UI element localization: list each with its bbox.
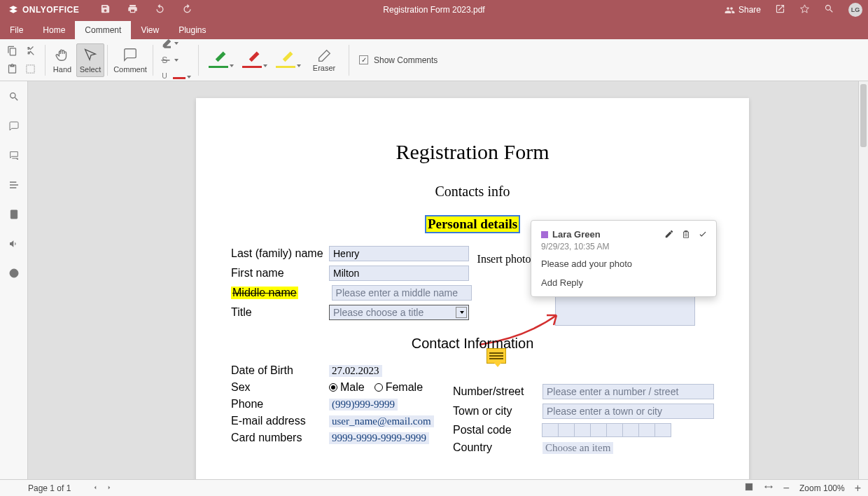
logo-icon <box>8 5 18 15</box>
copy-icon[interactable] <box>4 43 20 59</box>
svg-rect-4 <box>10 210 17 219</box>
form-subtitle: Contacts info <box>231 184 714 200</box>
select-tool-button[interactable]: Select <box>76 43 104 77</box>
zoom-out-icon[interactable]: − <box>783 482 790 495</box>
insert-photo-label: Insert photo <box>472 253 536 266</box>
card-value[interactable]: 9999-9999-9999-9999 <box>329 432 429 444</box>
feedback-icon[interactable] <box>8 238 20 252</box>
strikeout-color-button[interactable]: S <box>160 54 191 67</box>
chat-panel-icon[interactable] <box>8 150 20 164</box>
number-street-label: Number/street <box>453 385 542 398</box>
country-label: Country <box>453 441 542 454</box>
hand-label: Hand <box>53 65 71 74</box>
email-label: E-mail address <box>231 415 329 427</box>
country-select[interactable]: Choose an item <box>542 442 613 454</box>
comment-button[interactable]: Comment <box>111 44 150 76</box>
fit-page-icon[interactable] <box>744 482 754 494</box>
highlight-color-button[interactable] <box>160 37 191 50</box>
eraser-button[interactable]: Eraser <box>309 48 339 72</box>
title-placeholder: Please choose a title <box>333 307 424 318</box>
vertical-scrollbar[interactable] <box>858 81 868 479</box>
about-icon[interactable] <box>8 268 20 282</box>
cut-icon[interactable] <box>22 43 38 59</box>
titlebar: ONLYOFFICE Registration Form 2023.pdf Sh… <box>0 0 868 20</box>
svg-text:U: U <box>162 71 167 80</box>
document-workspace[interactable]: Registration Form Contacts info Personal… <box>28 81 858 479</box>
sticky-note-icon[interactable] <box>486 348 506 364</box>
prev-page-icon[interactable] <box>92 483 99 493</box>
phone-value[interactable]: (999)999-9999 <box>329 399 398 411</box>
show-comments-label: Show Comments <box>374 55 438 65</box>
first-name-label: First name <box>231 267 329 280</box>
add-reply-link[interactable]: Add Reply <box>541 277 706 288</box>
last-name-field[interactable]: Henry <box>329 246 469 261</box>
comment-text: Please add your photo <box>541 259 706 269</box>
hand-tool-button[interactable]: Hand <box>48 44 76 76</box>
headings-panel-icon[interactable] <box>8 179 20 193</box>
thumbnails-icon[interactable] <box>8 209 20 223</box>
chevron-down-icon[interactable] <box>456 307 467 318</box>
marker-tools: Eraser <box>202 48 346 72</box>
next-page-icon[interactable] <box>106 483 113 493</box>
select-all-icon[interactable] <box>22 62 38 77</box>
favorite-icon[interactable] <box>799 4 810 16</box>
card-label: Card numbers <box>231 432 329 444</box>
last-name-label: Last (family) name <box>231 247 329 260</box>
first-name-field[interactable]: Milton <box>329 266 469 281</box>
contact-info-header: Contact Information <box>231 336 714 352</box>
town-label: Town or city <box>453 405 542 418</box>
sex-label: Sex <box>231 381 329 394</box>
zoom-in-icon[interactable]: + <box>855 482 861 495</box>
page-info: Page 1 of 1 <box>28 483 71 493</box>
dob-label: Date of Birth <box>231 364 329 377</box>
comment-popup: Lara Green 9/29/23, 10:35 AM Please add … <box>531 220 717 297</box>
ribbon: Hand Select Comment S U <box>0 39 868 81</box>
tab-comment[interactable]: Comment <box>75 21 131 39</box>
edit-comment-icon[interactable] <box>664 229 674 241</box>
marker-yellow[interactable] <box>276 48 301 72</box>
middle-name-label: Middle name <box>231 287 298 299</box>
app-logo: ONLYOFFICE <box>0 5 88 15</box>
middle-name-field[interactable]: Please enter a middle name <box>332 285 472 301</box>
print-icon[interactable] <box>127 4 138 16</box>
dob-value[interactable]: 27.02.2023 <box>329 365 382 377</box>
email-value[interactable]: user_name@email.com <box>329 415 434 427</box>
menu-tabs: File Home Comment View Plugins <box>0 20 868 39</box>
statusbar: Page 1 of 1 − Zoom 100% + <box>0 479 868 496</box>
radio-male[interactable]: Male <box>329 381 365 394</box>
redo-icon[interactable] <box>182 4 192 16</box>
radio-female[interactable]: Female <box>374 381 423 394</box>
delete-comment-icon[interactable] <box>681 229 691 241</box>
annotation-colors: S U <box>156 37 195 83</box>
paste-icon[interactable] <box>4 62 20 77</box>
show-comments-checkbox[interactable]: ✓ Show Comments <box>352 55 438 65</box>
scroll-thumb[interactable] <box>860 84 867 147</box>
comment-label: Comment <box>113 65 147 74</box>
number-street-field[interactable]: Please enter a number / street <box>542 384 714 399</box>
tab-home[interactable]: Home <box>33 21 75 39</box>
find-icon[interactable] <box>8 91 20 105</box>
app-name: ONLYOFFICE <box>22 5 79 15</box>
postal-field[interactable] <box>542 423 671 437</box>
save-icon[interactable] <box>100 4 111 16</box>
tab-file[interactable]: File <box>0 21 33 39</box>
svg-rect-0 <box>26 65 34 73</box>
share-button[interactable]: Share <box>724 5 761 15</box>
title-select[interactable]: Please choose a title <box>329 305 469 320</box>
left-sidebar <box>0 81 28 479</box>
fit-width-icon[interactable] <box>764 482 774 494</box>
resolve-comment-icon[interactable] <box>698 229 708 241</box>
marker-green[interactable] <box>209 48 234 72</box>
quick-actions <box>100 4 192 16</box>
undo-icon[interactable] <box>155 4 165 16</box>
select-label: Select <box>80 65 102 74</box>
phone-label: Phone <box>231 398 329 411</box>
search-icon[interactable] <box>824 4 834 16</box>
user-avatar[interactable]: LG <box>848 3 862 17</box>
marker-red[interactable] <box>242 48 267 72</box>
open-location-icon[interactable] <box>775 4 785 16</box>
town-field[interactable]: Please enter a town or city <box>542 404 714 419</box>
personal-details-header[interactable]: Personal details <box>426 216 519 232</box>
form-title: Registration Form <box>231 140 714 164</box>
comments-panel-icon[interactable] <box>8 120 20 135</box>
